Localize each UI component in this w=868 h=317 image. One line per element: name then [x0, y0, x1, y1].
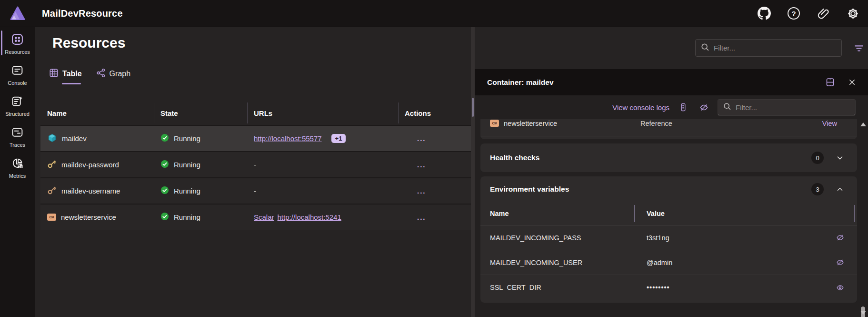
- container-cube-icon: [47, 133, 57, 144]
- env-var-name: SSL_CERT_DIR: [480, 284, 640, 291]
- help-icon[interactable]: ?: [786, 6, 801, 21]
- state-text: Running: [174, 134, 200, 143]
- reference-name: newsletterservice: [504, 120, 557, 127]
- column-header-actions: Actions: [398, 101, 471, 125]
- more-urls-badge[interactable]: +1: [331, 134, 346, 143]
- paperclip-icon[interactable]: [816, 6, 831, 21]
- resource-name: newsletterservice: [61, 213, 116, 221]
- github-icon[interactable]: [757, 6, 772, 21]
- sidebar-item-metrics[interactable]: Metrics: [0, 154, 35, 180]
- active-indicator: [1, 31, 2, 55]
- graph-share-icon: [96, 68, 106, 80]
- state-text: Running: [174, 213, 200, 221]
- row-actions-button[interactable]: ...: [405, 213, 426, 221]
- sidebar-item-label: Structured: [5, 111, 30, 117]
- env-var-value-masked: ••••••••: [640, 284, 833, 291]
- structured-logs-icon: [11, 95, 24, 110]
- page-title: Resources: [52, 35, 125, 51]
- resources-filter: [695, 39, 842, 57]
- tab-label: Table: [62, 70, 82, 78]
- panel-splitter[interactable]: [471, 27, 475, 317]
- table-header-row: Name State URLs Actions: [40, 101, 471, 125]
- row-actions-button[interactable]: ...: [405, 187, 426, 195]
- search-icon: [723, 102, 731, 112]
- table-row-newsletterservice[interactable]: C# newsletterservice Running Scalar http…: [40, 204, 471, 230]
- env-var-value: t3st1ng: [640, 234, 833, 242]
- scroll-down-arrow[interactable]: [860, 311, 866, 315]
- csharp-project-icon: C#: [47, 214, 56, 221]
- env-count-badge: 3: [811, 183, 824, 195]
- no-urls-dash: -: [254, 187, 256, 195]
- topbar-actions: ?: [757, 6, 860, 21]
- resource-name: maildev: [62, 134, 87, 143]
- env-row-ssl-cert-dir: SSL_CERT_DIR ••••••••: [480, 275, 857, 300]
- column-header-urls: URLs: [247, 101, 398, 125]
- sidebar-item-structured[interactable]: Structured: [0, 92, 35, 118]
- env-column-name: Name: [480, 210, 640, 217]
- view-console-logs-link[interactable]: View console logs: [612, 103, 669, 112]
- settings-gear-icon[interactable]: [845, 6, 860, 21]
- search-icon: [700, 42, 709, 53]
- eye-off-icon[interactable]: [833, 231, 847, 245]
- reference-row[interactable]: C# newsletterservice Reference View: [480, 119, 857, 136]
- env-row-maildev-incoming-user: MAILDEV_INCOMING_USER @admin: [480, 250, 857, 275]
- row-actions-button[interactable]: ...: [405, 134, 426, 143]
- table-grid-icon: [49, 68, 59, 80]
- endpoint-link[interactable]: http://localhost:5241: [278, 213, 341, 221]
- sidebar-item-label: Traces: [10, 142, 25, 148]
- health-checks-section[interactable]: Health checks 0: [480, 143, 857, 172]
- aspire-logo-icon: [10, 6, 26, 21]
- resource-name: maildev-password: [61, 161, 119, 169]
- console-log-document-icon[interactable]: [677, 101, 690, 114]
- table-row-maildev-username[interactable]: maildev-username Running - ...: [40, 177, 471, 204]
- chevron-up-icon[interactable]: [834, 184, 846, 195]
- traces-icon: [11, 126, 24, 141]
- scalar-link[interactable]: Scalar: [254, 213, 274, 221]
- filter-funnel-icon[interactable]: [852, 41, 866, 55]
- env-column-value: Value: [640, 210, 857, 217]
- sidebar-item-resources[interactable]: Resources: [0, 31, 35, 56]
- panel-header: Container: maildev: [475, 69, 868, 95]
- section-label: Health checks: [490, 153, 539, 162]
- row-actions-button[interactable]: ...: [405, 161, 426, 169]
- panel-scrollbar[interactable]: [859, 121, 867, 316]
- tab-graph[interactable]: Graph: [96, 68, 130, 84]
- panel-filter-input[interactable]: [736, 103, 850, 112]
- sidebar-item-console[interactable]: Console: [0, 61, 35, 87]
- main-scrollbar-thumb[interactable]: [472, 98, 474, 117]
- endpoint-link[interactable]: http://localhost:55577: [254, 134, 322, 143]
- table-row-maildev[interactable]: maildev Running http://localhost:55577 +…: [40, 125, 471, 151]
- eye-off-icon[interactable]: [833, 256, 847, 269]
- environment-variables-section[interactable]: Environment variables 3: [480, 176, 857, 202]
- panel-toolbar: View console logs: [475, 95, 868, 119]
- metrics-icon: [11, 157, 24, 172]
- close-icon[interactable]: [845, 76, 858, 89]
- sidebar-item-label: Metrics: [9, 173, 26, 179]
- column-header-state: State: [154, 101, 247, 125]
- reference-view-link[interactable]: View: [822, 120, 837, 127]
- resource-name: maildev-username: [61, 187, 120, 195]
- top-bar: MailDevResource ?: [0, 0, 868, 27]
- running-check-icon: [160, 186, 169, 196]
- section-label: Environment variables: [490, 185, 569, 194]
- column-header-name: Name: [40, 101, 154, 125]
- view-tabs: Table Graph: [49, 68, 130, 84]
- resources-filter-input[interactable]: [714, 44, 837, 52]
- app-title: MailDevResource: [42, 8, 123, 19]
- env-table-header: Name Value: [480, 202, 857, 225]
- table-row-maildev-password[interactable]: maildev-password Running - ...: [40, 151, 471, 177]
- environment-variables-card: Environment variables 3 Name Value MAILD…: [480, 176, 857, 303]
- reference-type: Reference: [640, 120, 822, 127]
- references-card: C# newsletterservice Reference View: [480, 119, 857, 139]
- panel-title: Container: maildev: [487, 78, 554, 87]
- scroll-up-arrow[interactable]: [860, 123, 866, 126]
- sidebar-nav: Resources Console Structured Traces: [0, 27, 35, 317]
- resources-table: Name State URLs Actions maildev: [40, 101, 471, 230]
- tab-table[interactable]: Table: [49, 68, 82, 84]
- sidebar-item-traces[interactable]: Traces: [0, 123, 35, 149]
- chevron-down-icon[interactable]: [834, 152, 846, 164]
- panel-orientation-icon[interactable]: [823, 76, 837, 89]
- sidebar-item-label: Console: [8, 80, 27, 86]
- eye-icon[interactable]: [833, 281, 847, 294]
- mask-values-eye-off-icon[interactable]: [697, 101, 710, 114]
